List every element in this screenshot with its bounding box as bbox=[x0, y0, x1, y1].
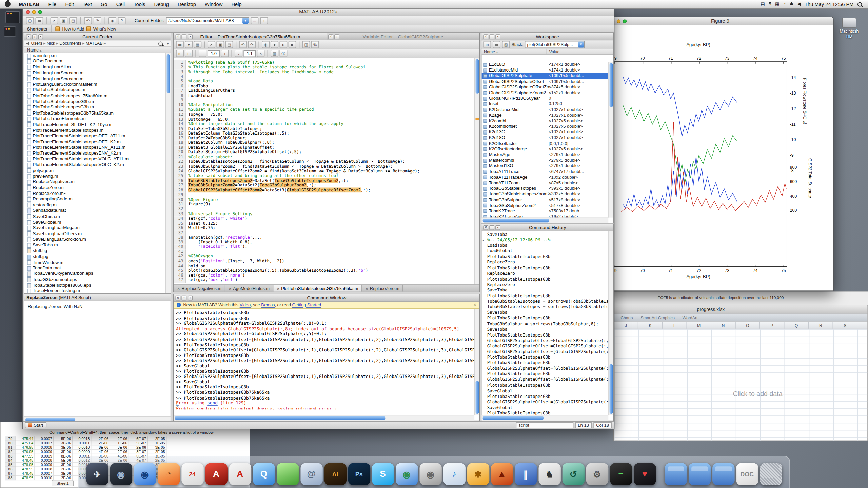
code-line[interactable]: 35Inset=0.125; bbox=[174, 221, 475, 226]
variable-editor-tab-header[interactable]: ✕ ↑ Variable Editor – GlobalGISP2Sulphat… bbox=[327, 33, 479, 40]
parallels-icon[interactable]: ∥ bbox=[515, 463, 537, 485]
spreadsheet-cell[interactable]: 2E-05 bbox=[148, 436, 167, 441]
spreadsheet-cell[interactable]: 476.95 bbox=[16, 450, 35, 454]
document-tab[interactable]: ✕ ReplaceZero.m bbox=[362, 285, 403, 292]
workspace-variable-row[interactable]: K2DistanceMid <1027x1 double> bbox=[481, 107, 608, 113]
file-list-item[interactable]: PlotTraceElementStableIsotopesENV_AT11.m bbox=[24, 145, 165, 151]
file-list-item[interactable]: PlotTobaStableIsotopesG3b.m bbox=[24, 99, 165, 105]
workspace-variable-row[interactable]: K2combi <1027x5 double> bbox=[481, 118, 608, 124]
macintosh-hd-icon[interactable]: Macintosh HD bbox=[837, 18, 862, 39]
spreadsheet-cell[interactable]: 0.0009 bbox=[35, 454, 54, 459]
spreadsheet-cell[interactable]: 0.0011 bbox=[73, 441, 92, 445]
figure-title-bar[interactable]: Figure 9 bbox=[607, 17, 833, 25]
row-header[interactable]: 82 bbox=[5, 450, 16, 454]
google-earth-icon[interactable]: ◉ bbox=[396, 463, 418, 485]
menu-bar-clock[interactable]: Thu May 24 12:56 PM bbox=[805, 1, 854, 7]
matlab-window[interactable]: MATLAB R2012a ▢ ▭ ✂ ▣ ▤ ↶ ↷ ◈ ? Current … bbox=[22, 7, 614, 429]
copy-button[interactable]: ▣ bbox=[60, 17, 67, 24]
cut-icon[interactable]: ✂ bbox=[208, 41, 215, 48]
history-item[interactable]: LoadGlobal bbox=[481, 249, 608, 254]
file-list-item[interactable]: OffsetFactor.m bbox=[24, 59, 165, 65]
column-header[interactable]: K bbox=[638, 322, 663, 329]
banner-close-icon[interactable]: ✕ bbox=[473, 303, 477, 307]
background-window-thumbnail[interactable] bbox=[4, 26, 16, 36]
undo-button[interactable]: ↶ bbox=[84, 17, 92, 24]
spreadsheet-cell[interactable]: 0.0013 bbox=[73, 436, 92, 441]
workspace-variable-row[interactable]: TobaG3bStableIsotopesZoom2 <393x5 double… bbox=[481, 191, 608, 197]
panel-undock-button[interactable]: ↑ bbox=[489, 34, 494, 39]
spreadsheet-cell[interactable]: 0.0007 bbox=[35, 441, 54, 445]
paste-button[interactable]: ▤ bbox=[69, 17, 77, 24]
file-list-item[interactable]: SaveLiangLuarMega.m bbox=[24, 225, 165, 231]
file-list-item[interactable]: Sanbaodata.mat bbox=[24, 208, 165, 214]
file-list-item[interactable]: PlotLiangLuarScroxton.m~ bbox=[24, 76, 165, 82]
spreadsheet-cell[interactable]: 0.0010 bbox=[73, 445, 92, 450]
breakpoint-icon[interactable]: ● bbox=[271, 41, 278, 48]
workspace-variable-row[interactable]: Inset 0.1250 bbox=[481, 101, 608, 107]
adobe-reader-icon[interactable]: A bbox=[229, 463, 251, 485]
current-folder-combobox[interactable]: /Users/Nick/Documents/MATLAB8 ▼ bbox=[166, 17, 249, 24]
getting-started-link[interactable]: Getting Started bbox=[292, 302, 321, 307]
panel-maximize-button[interactable]: ▪ bbox=[495, 225, 500, 230]
print-icon[interactable]: ▦ bbox=[194, 41, 201, 48]
code-line[interactable]: 31figure(9) bbox=[174, 202, 475, 207]
row-header[interactable]: 84 bbox=[5, 459, 16, 463]
spreadsheet-cell[interactable]: 0.0007 bbox=[35, 471, 54, 476]
file-list-item[interactable]: SaveChina.m bbox=[24, 214, 165, 220]
spreadsheet-cell[interactable]: 3E-06 bbox=[54, 463, 73, 467]
spreadsheet-cell[interactable]: 475.44 bbox=[16, 436, 35, 441]
panel-close-button[interactable]: ✕ bbox=[483, 225, 488, 230]
panel-undock-button[interactable]: ↑ bbox=[32, 34, 37, 39]
column-header[interactable]: N bbox=[711, 322, 736, 329]
itunes-icon[interactable]: ♪ bbox=[443, 463, 465, 485]
history-item[interactable]: PlotTobaStableIsotopesG3b bbox=[481, 360, 608, 366]
workspace-variable-row[interactable]: TobaG3bSulphur <517x8 double> bbox=[481, 197, 608, 203]
row-header[interactable]: 88 bbox=[5, 476, 16, 480]
code-line[interactable]: 29 bbox=[174, 193, 475, 198]
history-item[interactable]: SaveGlobal bbox=[481, 405, 608, 410]
history-item[interactable]: SaveToba bbox=[481, 232, 608, 237]
cut-button[interactable]: ✂ bbox=[51, 17, 58, 24]
file-list-item[interactable]: ReplaceZero.m bbox=[24, 185, 165, 191]
spreadsheet-cell[interactable]: 0.0009 bbox=[73, 450, 92, 454]
code-editor[interactable]: 1%%Plotting Toba G3b Stuff (75-65ka)2% T… bbox=[174, 58, 475, 284]
code-line[interactable]: 8LoadGlobal bbox=[174, 94, 475, 98]
file-list-item[interactable]: TobaEventOxygenCarbon.eps bbox=[24, 271, 165, 277]
scrollbar-horizontal[interactable] bbox=[481, 218, 608, 223]
breadcrumb-item[interactable]: MATLAB bbox=[86, 41, 107, 46]
menu-item[interactable]: MATLAB bbox=[14, 0, 44, 8]
illustrator-icon[interactable]: Ai bbox=[324, 463, 346, 485]
spreadsheet-cell[interactable]: 0.0009 bbox=[35, 450, 54, 454]
workspace-variable-row[interactable]: Masterd18O <279x1 double> bbox=[481, 163, 608, 169]
menu-item[interactable]: Edit bbox=[61, 0, 78, 8]
file-list-item[interactable]: TobaData.mat bbox=[24, 265, 165, 271]
chess-icon[interactable]: ♞ bbox=[538, 463, 560, 485]
workspace-variable-row[interactable]: K2d18O <1027x1 double> bbox=[481, 135, 608, 141]
panel-maximize-button[interactable]: ▪ bbox=[495, 34, 500, 39]
history-item[interactable]: TobaG3bStableIsotopes = sortrows(TobaG3b… bbox=[481, 299, 608, 304]
spreadsheet-cell[interactable]: 2E-06 bbox=[110, 450, 129, 454]
workspace-variable-row[interactable]: TobaAT11Zoom <87x5 double> bbox=[481, 180, 608, 186]
demos-link[interactable]: Demos bbox=[261, 302, 275, 307]
time-machine-icon[interactable]: ↺ bbox=[562, 463, 584, 485]
spreadsheet-cell[interactable]: 3E-06 bbox=[110, 445, 129, 450]
menu-item[interactable]: Cell bbox=[112, 0, 129, 8]
file-list-item[interactable]: ResamplingCode.m bbox=[24, 197, 165, 202]
code-line[interactable]: 5%Load Data bbox=[174, 79, 475, 84]
trash-icon[interactable] bbox=[760, 463, 782, 485]
file-list-header[interactable]: Name ▴ bbox=[24, 47, 171, 53]
compass-dark-icon[interactable]: ◉ bbox=[110, 463, 132, 485]
acrobat-icon[interactable]: A bbox=[205, 463, 227, 485]
panel-close-button[interactable]: ✕ bbox=[176, 34, 181, 39]
history-item[interactable]: PlotTobaStableIsotopesG3b bbox=[481, 383, 608, 388]
matlab-title-bar[interactable]: MATLAB R2012a bbox=[23, 8, 614, 16]
history-item[interactable]: GlobalGISP2SulphateOffset=[GlobalGISP2Su… bbox=[481, 366, 608, 371]
cell-insert-icon[interactable]: ⊞ bbox=[176, 50, 184, 57]
menu-item[interactable]: Debug bbox=[150, 0, 173, 8]
publish-icon[interactable]: ▥ bbox=[271, 50, 278, 57]
panel-close-button[interactable]: ✕ bbox=[483, 34, 488, 39]
panel-undock-button[interactable]: ↑ bbox=[182, 34, 187, 39]
workspace-variable-row[interactable]: TobaAT11Trace <6747x17 doubl... bbox=[481, 169, 608, 175]
run-icon[interactable]: ▶ bbox=[289, 41, 296, 48]
panel-maximize-button[interactable]: ▪ bbox=[38, 34, 43, 39]
